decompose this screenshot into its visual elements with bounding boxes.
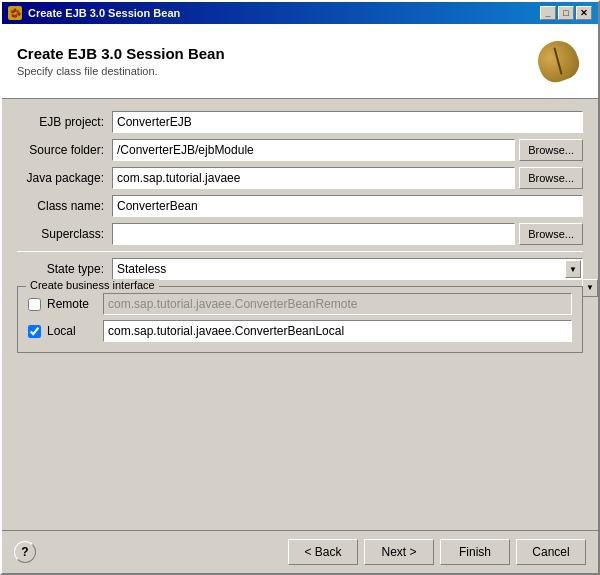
state-type-select[interactable]: StatelessStatefulSingleton xyxy=(112,258,583,280)
ejb-project-row: EJB project: ConverterEJB ▼ xyxy=(17,111,583,133)
superclass-browse-button[interactable]: Browse... xyxy=(519,223,583,245)
source-folder-input[interactable] xyxy=(112,139,515,161)
title-buttons: _ □ ✕ xyxy=(540,6,592,20)
local-checkbox[interactable] xyxy=(28,325,41,338)
java-package-row: Java package: Browse... xyxy=(17,167,583,189)
help-button[interactable]: ? xyxy=(14,541,36,563)
superclass-input[interactable] xyxy=(112,223,515,245)
bean-graphic xyxy=(532,35,583,86)
header-text: Create EJB 3.0 Session Bean Specify clas… xyxy=(17,45,225,77)
state-type-label: State type: xyxy=(17,262,112,276)
class-name-wrapper xyxy=(112,195,583,217)
source-folder-wrapper: Browse... xyxy=(112,139,583,161)
close-button[interactable]: ✕ xyxy=(576,6,592,20)
class-name-row: Class name: xyxy=(17,195,583,217)
remote-checkbox[interactable] xyxy=(28,298,41,311)
form-section: EJB project: ConverterEJB ▼ Source folde… xyxy=(2,99,598,530)
ejb-project-select[interactable]: ConverterEJB xyxy=(112,111,583,133)
local-row: Local xyxy=(28,320,572,342)
header-section: Create EJB 3.0 Session Bean Specify clas… xyxy=(2,24,598,99)
class-name-label: Class name: xyxy=(17,199,112,213)
local-label: Local xyxy=(47,324,97,338)
local-field[interactable] xyxy=(103,320,572,342)
superclass-row: Superclass: Browse... xyxy=(17,223,583,245)
footer: ? < Back Next > Finish Cancel xyxy=(2,530,598,573)
header-subtitle: Specify class file destination. xyxy=(17,65,225,77)
group-box-legend: Create business interface xyxy=(26,279,159,291)
separator-1 xyxy=(17,251,583,252)
next-button[interactable]: Next > xyxy=(364,539,434,565)
minimize-button[interactable]: _ xyxy=(540,6,556,20)
superclass-label: Superclass: xyxy=(17,227,112,241)
remote-row: Remote xyxy=(28,293,572,315)
state-type-row: State type: StatelessStatefulSingleton ▼ xyxy=(17,258,583,280)
java-package-wrapper: Browse... xyxy=(112,167,583,189)
source-folder-browse-button[interactable]: Browse... xyxy=(519,139,583,161)
cancel-button[interactable]: Cancel xyxy=(516,539,586,565)
maximize-button[interactable]: □ xyxy=(558,6,574,20)
header-icon xyxy=(533,36,583,86)
remote-label: Remote xyxy=(47,297,97,311)
remote-field xyxy=(103,293,572,315)
window-title: Create EJB 3.0 Session Bean xyxy=(28,7,180,19)
source-folder-row: Source folder: Browse... xyxy=(17,139,583,161)
class-name-input[interactable] xyxy=(112,195,583,217)
business-interface-group: Create business interface Remote Local xyxy=(17,286,583,353)
ejb-project-wrapper: ConverterEJB ▼ xyxy=(112,111,583,133)
source-folder-label: Source folder: xyxy=(17,143,112,157)
footer-buttons: < Back Next > Finish Cancel xyxy=(288,539,586,565)
state-type-wrapper: StatelessStatefulSingleton ▼ xyxy=(112,258,583,280)
finish-button[interactable]: Finish xyxy=(440,539,510,565)
content-area: Create EJB 3.0 Session Bean Specify clas… xyxy=(2,24,598,573)
ejb-project-dropdown-arrow: ▼ xyxy=(582,279,598,297)
back-button[interactable]: < Back xyxy=(288,539,358,565)
superclass-wrapper: Browse... xyxy=(112,223,583,245)
java-package-label: Java package: xyxy=(17,171,112,185)
java-package-input[interactable] xyxy=(112,167,515,189)
header-title: Create EJB 3.0 Session Bean xyxy=(17,45,225,62)
title-bar-text: 🫘 Create EJB 3.0 Session Bean xyxy=(8,6,180,20)
ejb-project-label: EJB project: xyxy=(17,115,112,129)
title-bar: 🫘 Create EJB 3.0 Session Bean _ □ ✕ xyxy=(2,2,598,24)
window-icon: 🫘 xyxy=(8,6,22,20)
java-package-browse-button[interactable]: Browse... xyxy=(519,167,583,189)
main-window: 🫘 Create EJB 3.0 Session Bean _ □ ✕ Crea… xyxy=(0,0,600,575)
